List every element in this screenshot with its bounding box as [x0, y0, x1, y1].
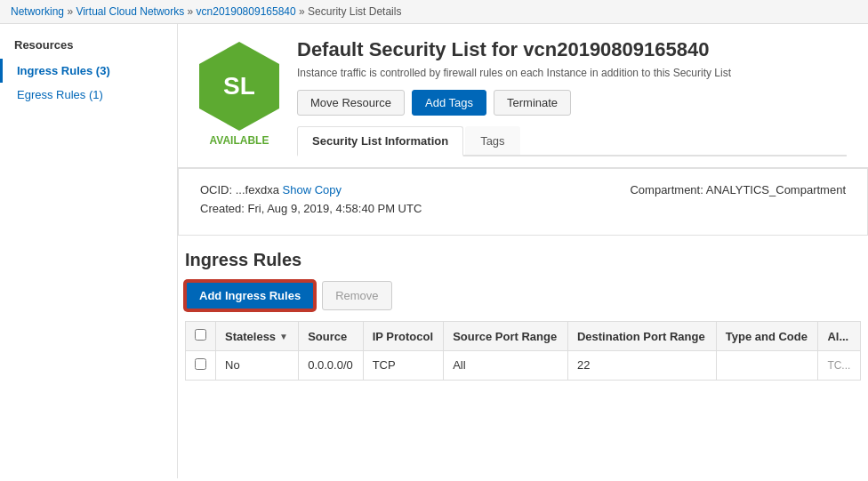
col-type-and-code: Type and Code — [716, 322, 818, 351]
ingress-actions: Add Ingress Rules Remove — [185, 281, 861, 310]
breadcrumb-networking[interactable]: Networking — [11, 5, 64, 18]
stateless-sort[interactable]: Stateless ▼ — [225, 330, 289, 343]
header-info: Default Security List for vcn20190809165… — [297, 38, 847, 156]
move-resource-button[interactable]: Move Resource — [297, 90, 405, 116]
row-source: 0.0.0.0/0 — [299, 351, 364, 381]
created-label: Created: — [200, 202, 245, 215]
ingress-section: Ingress Rules Add Ingress Rules Remove S… — [178, 236, 868, 381]
stateless-sort-icon: ▼ — [279, 332, 288, 341]
tab-tags[interactable]: Tags — [465, 126, 519, 155]
ocid-label: OCID: — [200, 183, 232, 196]
action-buttons: Move Resource Add Tags Terminate — [297, 90, 847, 116]
table-row: No 0.0.0.0/0 TCP All 22 TC... — [186, 351, 861, 381]
col-destination-port-range: Destination Port Range — [567, 322, 716, 351]
tab-security-list-info[interactable]: Security List Information — [297, 126, 463, 156]
remove-button[interactable]: Remove — [322, 281, 391, 310]
col-allows: Al... — [818, 322, 861, 351]
col-checkbox — [186, 322, 216, 351]
row-checkbox-cell — [186, 351, 216, 381]
row-ip-protocol: TCP — [363, 351, 444, 381]
breadcrumb-current: Security List Details — [308, 5, 401, 18]
sidebar: Resources Ingress Rules (3) Egress Rules… — [0, 24, 178, 478]
terminate-button[interactable]: Terminate — [494, 90, 571, 116]
info-panel: OCID: ...fexdxa Show Copy Compartment: A… — [178, 168, 868, 236]
row-allows: TC... — [818, 351, 861, 381]
ocid-value: ...fexdxa — [236, 183, 279, 196]
compartment-value: ANALYTICS_Compartment — [706, 183, 846, 196]
add-ingress-rules-button[interactable]: Add Ingress Rules — [185, 281, 315, 310]
col-source: Source — [299, 322, 364, 351]
compartment-label: Compartment: — [630, 183, 703, 196]
ingress-title: Ingress Rules — [185, 250, 861, 270]
row-stateless: No — [216, 351, 299, 381]
col-source-port-range: Source Port Range — [444, 322, 568, 351]
row-source-port-range: All — [444, 351, 568, 381]
resource-title: Default Security List for vcn20190809165… — [297, 38, 847, 61]
breadcrumb-vcn[interactable]: vcn20190809165840 — [197, 5, 296, 18]
breadcrumb-vcn-list[interactable]: Virtual Cloud Networks — [76, 5, 184, 18]
resource-status: AVAILABLE — [199, 134, 279, 147]
created-value: Fri, Aug 9, 2019, 4:58:40 PM UTC — [248, 202, 422, 215]
row-type-and-code — [716, 351, 818, 381]
row-destination-port-range: 22 — [567, 351, 716, 381]
select-all-checkbox[interactable] — [195, 329, 206, 341]
main-content: SL AVAILABLE Default Security List for v… — [178, 24, 868, 478]
ocid-copy-link[interactable]: Copy — [315, 183, 342, 196]
resource-subtitle: Instance traffic is controlled by firewa… — [297, 67, 847, 79]
ocid-show-link[interactable]: Show — [283, 183, 312, 196]
sidebar-section-title: Resources — [0, 38, 177, 59]
sidebar-item-ingress-rules[interactable]: Ingress Rules (3) — [0, 59, 177, 83]
resource-abbreviation: SL — [223, 72, 255, 100]
breadcrumb: Networking » Virtual Cloud Networks » vc… — [0, 0, 868, 24]
tabs: Security List Information Tags — [297, 126, 847, 156]
sidebar-item-egress-rules[interactable]: Egress Rules (1) — [0, 83, 177, 107]
hexagon-shape: SL — [199, 42, 279, 131]
header-area: SL AVAILABLE Default Security List for v… — [178, 24, 868, 168]
row-checkbox[interactable] — [195, 358, 206, 370]
add-tags-button[interactable]: Add Tags — [412, 90, 486, 116]
col-stateless: Stateless ▼ — [216, 322, 299, 351]
ingress-rules-table: Stateless ▼ Source IP Protocol Source Po… — [185, 321, 861, 381]
resource-icon: SL AVAILABLE — [199, 42, 279, 147]
col-ip-protocol: IP Protocol — [363, 322, 444, 351]
